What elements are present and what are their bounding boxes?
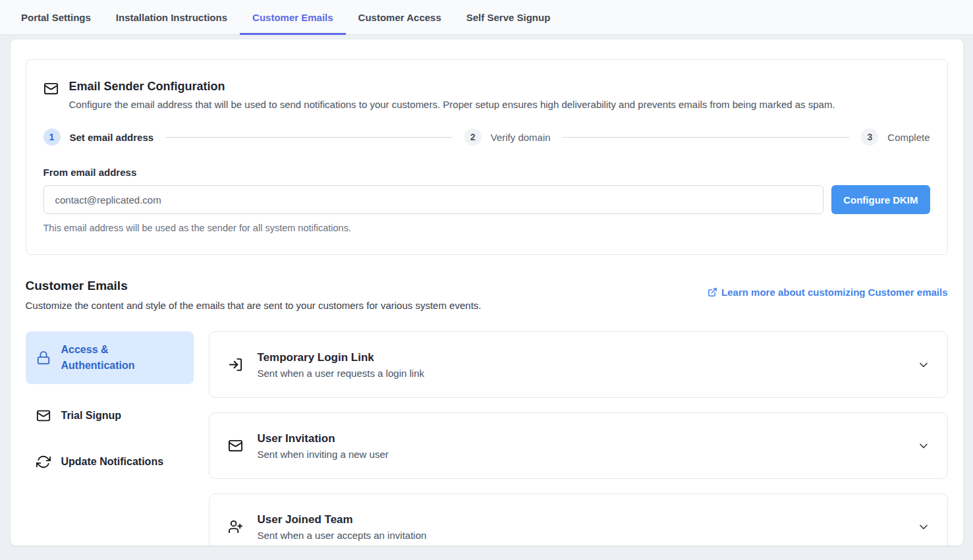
lock-icon — [36, 350, 51, 365]
step-label: Set email address — [70, 132, 154, 143]
sidebar-item-label: Trial Signup — [61, 408, 122, 424]
chevron-down-icon[interactable] — [917, 358, 930, 372]
step-number: 3 — [861, 128, 878, 146]
template-subtitle: Sent when inviting a new user — [258, 449, 917, 460]
tab-bar: Portal Settings Installation Instruction… — [0, 0, 973, 35]
sender-config-title: Email Sender Configuration — [69, 80, 835, 94]
template-title: User Invitation — [258, 432, 917, 445]
email-category-sidebar: Access & Authentication Trial Signup Upd… — [26, 331, 194, 546]
template-card-user-joined-team[interactable]: User Joined Team Sent when a user accept… — [209, 493, 948, 546]
login-icon — [228, 357, 243, 372]
main-panel: Email Sender Configuration Configure the… — [11, 40, 963, 546]
configure-dkim-button[interactable]: Configure DKIM — [831, 185, 930, 214]
learn-more-link[interactable]: Learn more about customizing Customer em… — [708, 287, 947, 298]
step-label: Verify domain — [491, 132, 551, 143]
step-connector — [165, 137, 453, 138]
step-verify-domain: 2 Verify domain — [464, 128, 551, 146]
tab-customer-access[interactable]: Customer Access — [346, 0, 454, 34]
sidebar-item-update-notifications[interactable]: Update Notifications — [26, 447, 194, 476]
step-number: 2 — [464, 128, 482, 146]
from-email-label: From email address — [43, 167, 930, 178]
customer-emails-description: Customize the content and style of the e… — [26, 300, 482, 311]
mail-icon — [43, 81, 59, 96]
step-label: Complete — [887, 132, 930, 143]
chevron-down-icon[interactable] — [917, 439, 930, 453]
email-template-list: Temporary Login Link Sent when a user re… — [209, 331, 948, 546]
tab-self-serve-signup[interactable]: Self Serve Signup — [454, 0, 563, 34]
email-sender-card: Email Sender Configuration Configure the… — [26, 59, 948, 255]
step-complete: 3 Complete — [861, 128, 930, 146]
stepper: 1 Set email address 2 Verify domain 3 Co… — [43, 128, 930, 146]
tab-installation-instructions[interactable]: Installation Instructions — [103, 0, 240, 34]
sidebar-item-access-authentication[interactable]: Access & Authentication — [26, 331, 194, 384]
step-connector — [563, 137, 850, 138]
chevron-down-icon[interactable] — [917, 520, 930, 534]
from-email-input[interactable] — [43, 185, 824, 214]
step-set-email-address: 1 Set email address — [43, 128, 154, 146]
mail-icon — [36, 408, 51, 423]
learn-more-label: Learn more about customizing Customer em… — [721, 287, 947, 298]
template-card-temporary-login-link[interactable]: Temporary Login Link Sent when a user re… — [209, 331, 948, 398]
sidebar-item-label: Update Notifications — [61, 454, 164, 470]
sidebar-item-label: Access & Authentication — [61, 342, 183, 374]
customer-emails-heading: Customer Emails — [26, 279, 482, 293]
sender-config-description: Configure the email address that will be… — [69, 99, 835, 110]
email-helper-text: This email address will be used as the s… — [43, 223, 930, 233]
template-title: User Joined Team — [258, 513, 917, 526]
external-link-icon — [708, 287, 717, 297]
refresh-icon — [36, 455, 51, 469]
step-number: 1 — [43, 128, 61, 146]
template-card-user-invitation[interactable]: User Invitation Sent when inviting a new… — [209, 412, 948, 479]
user-plus-icon — [228, 519, 243, 534]
template-subtitle: Sent when a user requests a login link — [258, 368, 917, 379]
mail-icon — [228, 438, 243, 453]
template-title: Temporary Login Link — [258, 351, 917, 364]
template-subtitle: Sent when a user accepts an invitation — [258, 530, 917, 541]
sidebar-item-trial-signup[interactable]: Trial Signup — [26, 401, 194, 430]
tab-portal-settings[interactable]: Portal Settings — [9, 0, 103, 34]
tab-customer-emails[interactable]: Customer Emails — [240, 0, 346, 34]
